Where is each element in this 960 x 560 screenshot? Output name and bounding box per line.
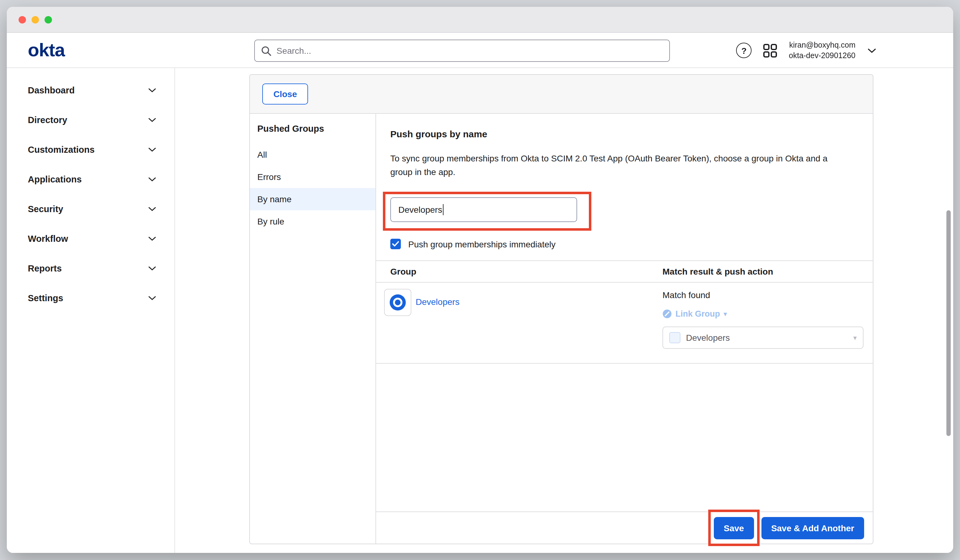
match-status: Match found: [662, 290, 864, 300]
chevron-down-icon: ▾: [724, 311, 727, 318]
stage: okta ? kiran@boxyhq.com okta-dev-2090126…: [0, 0, 960, 560]
table-header: Group Match result & push action: [376, 261, 873, 283]
subnav-item-errors[interactable]: Errors: [250, 166, 376, 188]
table-row: Developers Match found Link: [376, 283, 873, 364]
column-group: Group: [376, 267, 662, 277]
sidebar: Dashboard Directory Customizations Appli…: [7, 68, 175, 553]
target-group-select[interactable]: Developers ▾: [662, 327, 864, 349]
group-name-input[interactable]: Developers: [390, 198, 577, 222]
account-chevron-down-icon[interactable]: [868, 48, 876, 53]
push-immediately-checkbox[interactable]: [390, 239, 401, 250]
account-menu[interactable]: kiran@boxyhq.com okta-dev-20901260: [789, 40, 856, 61]
user-email: kiran@boxyhq.com: [789, 40, 856, 51]
sidebar-item-reports[interactable]: Reports: [7, 254, 174, 283]
search-input[interactable]: [277, 46, 663, 56]
topbar: okta ? kiran@boxyhq.com okta-dev-2090126…: [7, 33, 953, 68]
subnav-title: Pushed Groups: [250, 124, 376, 144]
save-button[interactable]: Save: [714, 517, 754, 539]
chevron-down-icon: [149, 296, 156, 301]
chevron-down-icon: [149, 266, 156, 271]
save-add-another-button[interactable]: Save & Add Another: [761, 517, 864, 539]
search-icon: [261, 45, 272, 56]
okta-group-icon: [384, 289, 411, 316]
chevron-down-icon: [149, 236, 156, 241]
push-groups-panel: Close Pushed Groups All Errors By name B…: [249, 74, 874, 544]
sidebar-item-security[interactable]: Security: [7, 194, 174, 224]
app-body: Dashboard Directory Customizations Appli…: [7, 68, 953, 553]
content-area: Close Pushed Groups All Errors By name B…: [175, 68, 953, 553]
push-by-name-form: Push groups by name To sync group member…: [376, 114, 873, 512]
subnav-item-all[interactable]: All: [250, 144, 376, 166]
close-window-button[interactable]: [19, 16, 26, 23]
okta-logo: okta: [28, 40, 65, 61]
push-immediately-row: Push group memberships immediately: [390, 239, 873, 250]
column-match-result: Match result & push action: [662, 267, 873, 277]
close-button[interactable]: Close: [262, 83, 308, 104]
target-group-icon: [669, 333, 680, 344]
org-name: okta-dev-20901260: [789, 50, 856, 61]
sidebar-item-applications[interactable]: Applications: [7, 165, 174, 194]
sidebar-item-directory[interactable]: Directory: [7, 105, 174, 135]
global-search[interactable]: [254, 40, 670, 62]
chevron-down-icon: [149, 88, 156, 93]
chevron-down-icon: ▾: [853, 334, 857, 342]
link-group-dropdown[interactable]: Link Group ▾: [662, 310, 864, 319]
form-description: To sync group memberships from Okta to S…: [390, 152, 851, 179]
subnav-item-by-rule[interactable]: By rule: [250, 210, 376, 232]
text-cursor: [443, 205, 444, 216]
chevron-down-icon: [149, 206, 156, 211]
link-group-icon: [662, 310, 672, 319]
chevron-down-icon: [149, 177, 156, 182]
vertical-scrollbar[interactable]: [946, 210, 951, 436]
push-immediately-label: Push group memberships immediately: [408, 239, 555, 249]
chevron-down-icon: [149, 147, 156, 152]
form-heading: Push groups by name: [390, 129, 873, 139]
panel-header: Close: [250, 75, 873, 114]
topbar-right: ? kiran@boxyhq.com okta-dev-20901260: [736, 33, 876, 68]
apps-grid-icon[interactable]: [763, 43, 778, 58]
browser-window: okta ? kiran@boxyhq.com okta-dev-2090126…: [7, 7, 953, 553]
sidebar-item-dashboard[interactable]: Dashboard: [7, 75, 174, 105]
pushed-groups-subnav: Pushed Groups All Errors By name By rule: [250, 114, 376, 544]
chevron-down-icon: [149, 117, 156, 122]
form-footer: Save Save & Add Another: [376, 512, 873, 544]
sidebar-item-customizations[interactable]: Customizations: [7, 135, 174, 165]
group-developers-link[interactable]: Developers: [416, 297, 459, 307]
help-icon[interactable]: ?: [736, 43, 752, 58]
minimize-window-button[interactable]: [32, 16, 39, 23]
sidebar-item-settings[interactable]: Settings: [7, 283, 174, 313]
sidebar-item-workflow[interactable]: Workflow: [7, 224, 174, 254]
zoom-window-button[interactable]: [45, 16, 52, 23]
titlebar: [7, 7, 953, 33]
subnav-item-by-name[interactable]: By name: [250, 188, 376, 210]
